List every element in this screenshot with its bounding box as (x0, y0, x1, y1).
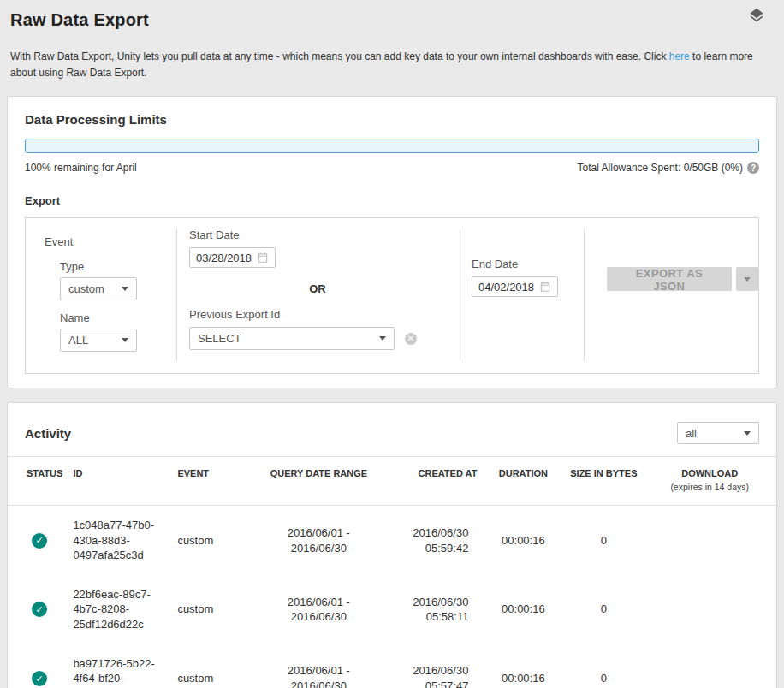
calendar-icon (257, 252, 269, 264)
column-header-event: EVENT (172, 457, 254, 506)
start-date-label: Start Date (189, 228, 451, 241)
date-or-export-column: Start Date 03/28/2018 OR Previous Export… (177, 227, 460, 363)
or-label: OR (189, 282, 446, 295)
export-as-json-button[interactable]: EXPORT AS JSON (607, 267, 732, 291)
remaining-label: 100% remaining for April (25, 162, 137, 174)
event-type-value: custom (68, 282, 104, 295)
size-in-bytes-cell: 0 (564, 575, 643, 644)
end-date-label: End Date (472, 258, 584, 270)
event-name-select[interactable]: ALL (60, 329, 137, 352)
help-icon[interactable]: ? (747, 162, 759, 174)
activity-table: STATUS ID EVENT QUERY DATE RANGE CREATED… (8, 456, 776, 688)
end-date-input[interactable]: 04/02/2018 (472, 276, 558, 297)
chevron-down-icon (122, 287, 128, 291)
page-header: Raw Data Export With Raw Data Export, Un… (7, 0, 777, 84)
type-label: Type (60, 260, 176, 273)
activity-heading: Activity (25, 426, 71, 441)
query-date-range-cell: 2016/06/01 - 2016/06/30 (254, 575, 383, 644)
layers-icon[interactable] (748, 7, 765, 27)
activity-filter-value: all (686, 427, 697, 440)
event-cell: custom (172, 644, 254, 688)
table-header-row: STATUS ID EVENT QUERY DATE RANGE CREATED… (8, 457, 776, 506)
name-label: Name (60, 311, 176, 324)
size-in-bytes-cell: 0 (564, 506, 643, 575)
learn-more-link[interactable]: here (669, 50, 690, 62)
duration-cell: 00:00:16 (482, 644, 564, 688)
chevron-down-icon (744, 431, 751, 436)
duration-cell: 00:00:16 (482, 506, 564, 575)
download-cell (643, 644, 776, 688)
event-label: Event (45, 235, 176, 248)
event-column: Event Type custom Name ALL (26, 227, 176, 363)
progress-fill (26, 139, 758, 152)
column-header-download: DOWNLOAD (expires in 14 days) (643, 457, 776, 506)
activity-filter-select[interactable]: all (677, 422, 759, 444)
table-row[interactable]: ✓ 22bf6eac-89c7-4b7c-8208-25df12d6d22c c… (8, 575, 776, 644)
export-button-column: EXPORT AS JSON (585, 227, 758, 363)
event-name-value: ALL (68, 334, 88, 347)
data-processing-limits-card: Data Processing Limits 100% remaining fo… (7, 96, 777, 388)
duration-cell: 00:00:16 (482, 575, 564, 644)
query-date-range-cell: 2016/06/01 - 2016/06/30 (254, 644, 383, 688)
export-heading: Export (25, 194, 759, 207)
export-options-button[interactable] (736, 267, 758, 291)
allowance-progress-bar (25, 139, 759, 153)
column-header-query-date-range: QUERY DATE RANGE (254, 457, 383, 506)
chevron-down-icon (744, 277, 751, 282)
event-cell: custom (172, 506, 254, 575)
column-header-status: STATUS (8, 457, 68, 506)
previous-export-value: SELECT (198, 332, 241, 345)
previous-export-select[interactable]: SELECT (189, 327, 395, 350)
export-id-cell: 22bf6eac-89c7-4b7c-8208-25df12d6d22c (68, 575, 172, 644)
clear-icon[interactable]: ✕ (405, 333, 417, 345)
column-header-created-at: CREATED AT (383, 457, 482, 506)
end-date-value: 04/02/2018 (478, 281, 534, 294)
raw-data-export-page: Raw Data Export With Raw Data Export, Un… (0, 0, 784, 688)
start-date-input[interactable]: 03/28/2018 (189, 247, 276, 268)
status-complete-icon: ✓ (32, 671, 47, 686)
export-panel: Event Type custom Name ALL Sta (25, 217, 759, 374)
export-id-cell: 1c048a77-47b0-430a-88d3-0497afa25c3d (68, 506, 172, 575)
download-header-label: DOWNLOAD (681, 468, 738, 478)
calendar-icon (539, 281, 551, 293)
chevron-down-icon (122, 338, 128, 342)
export-id-cell: ba971726-5b22-4f64-bf20-82dc3f355adf (68, 644, 172, 688)
column-header-size-in-bytes: SIZE IN BYTES (564, 457, 643, 506)
column-header-duration: DURATION (482, 457, 564, 506)
download-cell (643, 575, 776, 644)
limits-heading: Data Processing Limits (25, 112, 759, 127)
created-at-cell: 2016/06/30 05:59:42 (383, 506, 482, 575)
status-complete-icon: ✓ (32, 602, 47, 617)
table-row[interactable]: ✓ 1c048a77-47b0-430a-88d3-0497afa25c3d c… (8, 506, 776, 575)
created-at-cell: 2016/06/30 05:57:47 (383, 644, 482, 688)
page-description: With Raw Data Export, Unity lets you pul… (10, 49, 774, 80)
column-header-id: ID (68, 457, 172, 506)
status-complete-icon: ✓ (32, 533, 47, 549)
size-in-bytes-cell: 0 (564, 644, 643, 688)
created-at-cell: 2016/06/30 05:58:11 (383, 575, 482, 644)
previous-export-label: Previous Export Id (189, 308, 451, 321)
end-date-column: End Date 04/02/2018 (460, 227, 584, 363)
page-title: Raw Data Export (10, 10, 149, 30)
start-date-value: 03/28/2018 (196, 252, 252, 264)
query-date-range-cell: 2016/06/01 - 2016/06/30 (254, 506, 383, 575)
download-expiry-note: (expires in 14 days) (648, 481, 771, 494)
allowance-spent-label: Total Allowance Spent: 0/50GB (0%) (578, 162, 743, 174)
download-cell (643, 506, 776, 575)
event-cell: custom (172, 575, 254, 644)
table-row[interactable]: ✓ ba971726-5b22-4f64-bf20-82dc3f355adf c… (8, 644, 776, 688)
activity-card: Activity all STATUS ID EVENT QUERY DATE … (7, 402, 777, 688)
chevron-down-icon (379, 336, 386, 341)
description-text-1: With Raw Data Export, Unity lets you pul… (10, 50, 669, 62)
event-type-select[interactable]: custom (60, 277, 137, 300)
